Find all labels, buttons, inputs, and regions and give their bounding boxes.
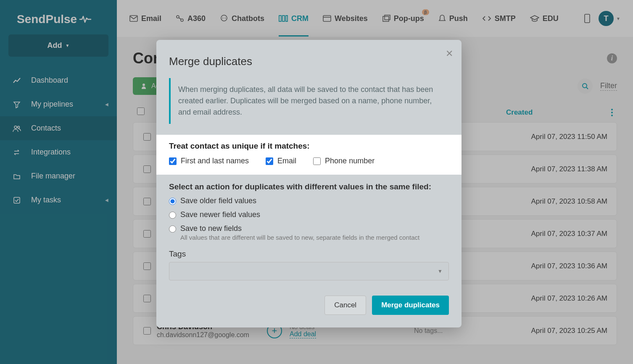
radio-save-newfields-input[interactable] — [169, 225, 176, 233]
radio-save-older[interactable]: Save older field values — [169, 196, 449, 205]
checkbox-email-input[interactable] — [266, 157, 273, 165]
close-icon[interactable]: ✕ — [446, 48, 453, 59]
modal-footer: Cancel Merge duplicates — [169, 296, 449, 315]
merge-duplicates-button[interactable]: Merge duplicates — [372, 296, 449, 315]
checkbox-label: First and last names — [181, 157, 249, 165]
merge-duplicates-modal: ✕ Merge duplicates When merging duplicat… — [156, 40, 462, 327]
tags-select[interactable]: ▼ — [169, 262, 449, 280]
checkbox-label: Phone number — [325, 157, 375, 165]
checkbox-phone-input[interactable] — [313, 157, 321, 165]
radio-save-older-input[interactable] — [169, 198, 176, 205]
cancel-button[interactable]: Cancel — [324, 296, 366, 315]
radio-newfields-hint: All values that are different will be sa… — [180, 234, 449, 241]
modal-info-note: When merging duplicates, all data will b… — [169, 78, 449, 124]
duplicate-action-radios: Save older field values Save newer field… — [169, 196, 449, 241]
unique-criteria-section: Treat contact as unique if it matches: F… — [156, 135, 462, 175]
modal-title: Merge duplicates — [169, 55, 449, 68]
tags-label: Tags — [169, 249, 449, 259]
chevron-down-icon: ▼ — [438, 268, 443, 274]
radio-save-newer-input[interactable] — [169, 212, 176, 219]
checkbox-names-input[interactable] — [169, 157, 177, 165]
checkbox-phone[interactable]: Phone number — [313, 157, 375, 165]
checkbox-names[interactable]: First and last names — [169, 157, 249, 165]
checkbox-label: Email — [277, 157, 296, 165]
radio-label: Save older field values — [180, 196, 256, 205]
radio-save-newfields[interactable]: Save to new fields — [169, 224, 449, 233]
duplicate-action-label: Select an action for duplicates with dif… — [169, 182, 449, 191]
radio-label: Save newer field values — [180, 210, 260, 219]
unique-criteria-label: Treat contact as unique if it matches: — [169, 141, 449, 151]
radio-label: Save to new fields — [180, 224, 242, 233]
checkbox-email[interactable]: Email — [266, 157, 296, 165]
radio-save-newer[interactable]: Save newer field values — [169, 210, 449, 219]
